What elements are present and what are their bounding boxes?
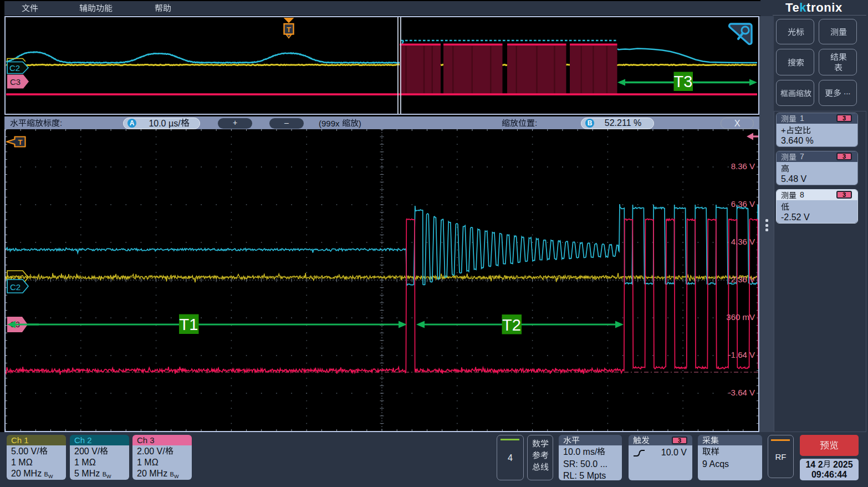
svg-text:C2: C2 [9,63,20,73]
svg-text:T3: T3 [674,73,693,90]
svg-text:C3: C3 [10,77,21,87]
svg-text:T1: T1 [180,316,198,333]
svg-text:C2: C2 [10,282,21,292]
svg-text:T: T [18,138,23,146]
svg-text:T2: T2 [502,316,521,334]
svg-text:T: T [287,26,291,34]
